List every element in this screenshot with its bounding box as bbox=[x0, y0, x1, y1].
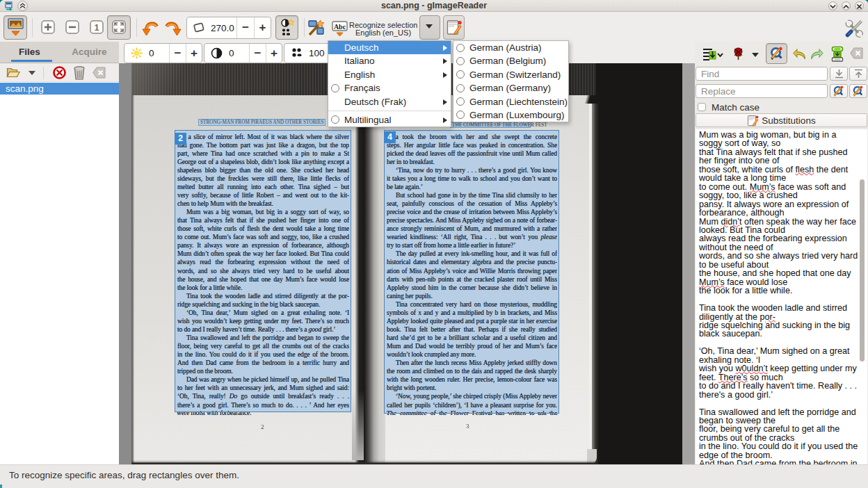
svg-text:1: 1 bbox=[95, 23, 99, 33]
svg-text:Abc: Abc bbox=[334, 23, 346, 31]
